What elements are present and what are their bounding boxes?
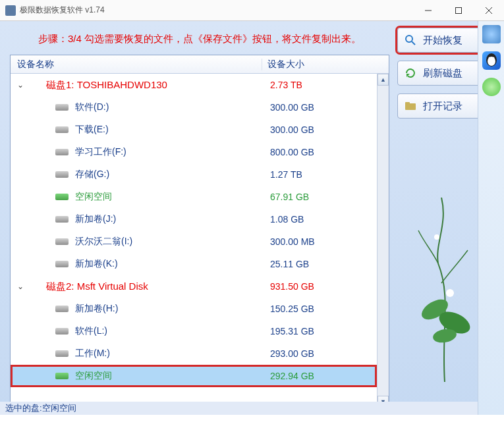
refresh-disk-label: 刷新磁盘: [423, 67, 462, 80]
partition-label: 软件(L:): [75, 325, 107, 337]
close-button[interactable]: [474, 0, 504, 21]
chevron-down-icon[interactable]: ⌄: [13, 80, 28, 90]
partition-row[interactable]: 下载(E:)300.00 GB: [11, 119, 377, 141]
partition-size: 300.00 MB: [265, 236, 377, 247]
header-device-name[interactable]: 设备名称: [11, 59, 262, 70]
instruction-text: 步骤：3/4 勾选需要恢复的文件，点《保存文件》按钮，将文件复制出来。: [10, 28, 389, 55]
svg-rect-7: [405, 102, 410, 105]
disk-row[interactable]: ⌄磁盘2: Msft Virtual Disk931.50 GB: [11, 275, 377, 298]
svg-point-16: [492, 57, 494, 59]
partition-label: 下载(E:): [75, 124, 109, 136]
chevron-down-icon[interactable]: ⌄: [13, 282, 28, 291]
status-bar: 选中的盘:空闲空间: [0, 402, 504, 415]
partition-row[interactable]: 新加卷(J:)1.08 GB: [11, 208, 377, 230]
drive-icon: [55, 306, 69, 312]
partition-row[interactable]: 新加卷(H:)150.25 GB: [11, 298, 377, 320]
drive-icon: [55, 126, 69, 133]
drive-icon: [55, 216, 69, 223]
refresh-icon: [403, 66, 418, 80]
partition-label: 空闲空间: [75, 191, 112, 203]
partition-size: 195.31 GB: [265, 326, 377, 336]
partition-label: 新加卷(K:): [75, 258, 118, 270]
start-recovery-label: 开始恢复: [423, 34, 462, 47]
maximize-button[interactable]: [443, 0, 474, 21]
partition-label: 新加卷(H:): [75, 303, 118, 315]
header-device-size[interactable]: 设备大小: [262, 59, 389, 70]
status-text: 选中的盘:空闲空间: [5, 402, 76, 414]
side-strip: [478, 21, 504, 415]
svg-line-5: [412, 41, 415, 45]
svg-point-15: [488, 57, 490, 59]
minimize-button[interactable]: [413, 0, 443, 21]
svg-point-8: [418, 296, 451, 324]
scroll-up-icon[interactable]: ▲: [378, 74, 389, 86]
disk-size: 931.50 GB: [265, 281, 377, 292]
folder-icon: [403, 99, 418, 113]
partition-row[interactable]: 软件(L:)195.31 GB: [11, 320, 377, 342]
partition-size: 800.00 GB: [265, 147, 377, 157]
partition-size: 300.00 GB: [265, 124, 377, 135]
partition-label: 空闲空间: [75, 370, 112, 382]
table-header: 设备名称 设备大小: [11, 55, 389, 74]
drive-icon: [55, 373, 69, 379]
partition-label: 工作(M:): [75, 348, 110, 360]
partition-size: 292.94 GB: [265, 371, 377, 381]
partition-row[interactable]: 软件(D:)300.00 GB: [11, 96, 377, 119]
app-title: 极限数据恢复软件 v1.74: [20, 5, 413, 16]
partition-row[interactable]: 工作(M:)293.00 GB: [11, 342, 377, 365]
partition-size: 293.00 GB: [265, 348, 377, 359]
svg-point-10: [432, 327, 458, 344]
partition-row[interactable]: 沃尔沃二翁(I:)300.00 MB: [11, 230, 377, 253]
partition-label: 软件(D:): [75, 101, 109, 113]
disk-label: 磁盘2: Msft Virtual Disk: [46, 281, 148, 293]
partition-label: 新加卷(J:): [75, 213, 116, 225]
disk-label: 磁盘1: TOSHIBAHDWD130: [46, 79, 167, 92]
partition-row[interactable]: 新加卷(K:)25.11 GB: [11, 253, 377, 275]
partition-size: 300.00 GB: [265, 102, 377, 113]
svg-point-9: [435, 308, 473, 338]
side-icon-1[interactable]: [482, 25, 501, 43]
drive-icon: [55, 149, 69, 155]
disk-row[interactable]: ⌄磁盘1: TOSHIBAHDWD1302.73 TB: [11, 74, 377, 96]
disk-size: 2.73 TB: [265, 80, 377, 90]
drive-icon: [55, 171, 69, 178]
partition-label: 沃尔沃二翁(I:): [75, 236, 132, 248]
drive-icon: [55, 194, 69, 200]
svg-point-4: [406, 36, 412, 42]
drive-icon: [55, 350, 69, 357]
partition-label: 学习工作(F:): [75, 146, 126, 158]
qq-icon[interactable]: [482, 51, 501, 70]
svg-point-11: [446, 289, 454, 297]
partition-row[interactable]: 学习工作(F:)800.00 GB: [11, 141, 377, 163]
scrollbar[interactable]: ▲ ▼: [377, 74, 389, 408]
titlebar: 极限数据恢复软件 v1.74: [0, 0, 504, 21]
plant-decoration: [405, 198, 484, 382]
partition-size: 67.91 GB: [265, 192, 377, 202]
app-icon: [5, 5, 16, 16]
side-icon-3[interactable]: [482, 78, 501, 96]
partition-row[interactable]: 存储(G:)1.27 TB: [11, 163, 377, 186]
partition-size: 150.25 GB: [265, 304, 377, 314]
partition-row[interactable]: 空闲空间67.91 GB: [11, 186, 377, 208]
drive-icon: [55, 261, 69, 267]
svg-point-12: [434, 234, 439, 240]
rows-container: ⌄磁盘1: TOSHIBAHDWD1302.73 TB软件(D:)300.00 …: [11, 74, 377, 408]
svg-rect-1: [456, 7, 462, 13]
partition-size: 1.08 GB: [265, 214, 377, 225]
device-table: 设备名称 设备大小 ⌄磁盘1: TOSHIBAHDWD1302.73 TB软件(…: [10, 55, 389, 408]
partition-row[interactable]: 空闲空间292.94 GB: [11, 365, 377, 387]
partition-size: 1.27 TB: [265, 169, 377, 180]
search-icon: [403, 33, 418, 47]
drive-icon: [55, 328, 69, 334]
drive-icon: [55, 104, 69, 111]
partition-size: 25.11 GB: [265, 259, 377, 269]
drive-icon: [55, 238, 69, 245]
partition-label: 存储(G:): [75, 169, 109, 180]
open-log-label: 打开记录: [423, 100, 462, 113]
